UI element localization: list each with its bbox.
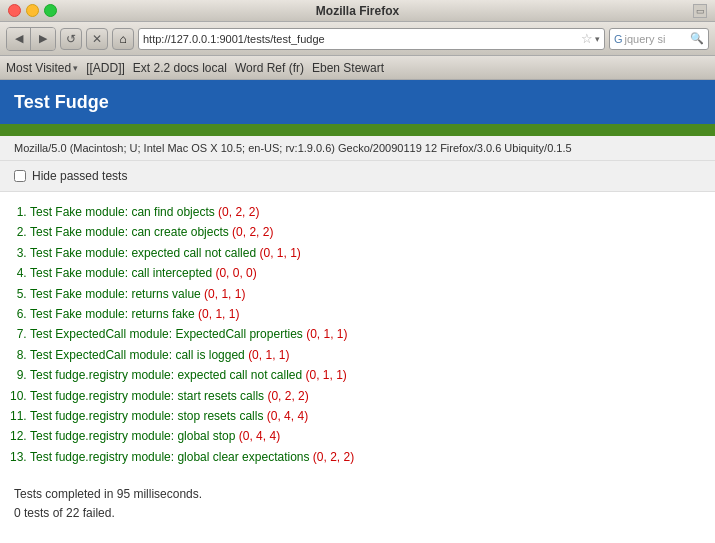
test-item: Test fudge.registry module: global clear… xyxy=(30,447,701,467)
user-agent-text: Mozilla/5.0 (Macintosh; U; Intel Mac OS … xyxy=(14,142,572,154)
resize-icon[interactable]: ▭ xyxy=(693,4,707,18)
green-bar xyxy=(0,124,715,136)
bookmark-most-visited[interactable]: Most Visited ▾ xyxy=(6,61,78,75)
star-icon: ☆ xyxy=(581,31,593,46)
test-counts: (0, 2, 2) xyxy=(218,205,259,219)
test-item: Test Fake module: returns value (0, 1, 1… xyxy=(30,284,701,304)
bookmark-label: [[ADD]] xyxy=(86,61,125,75)
test-counts: (0, 2, 2) xyxy=(313,450,354,464)
user-agent-bar: Mozilla/5.0 (Macintosh; U; Intel Mac OS … xyxy=(0,136,715,161)
bookmark-dropdown-icon: ▾ xyxy=(73,63,78,73)
test-counts: (0, 2, 2) xyxy=(232,225,273,239)
test-item: Test fudge.registry module: expected cal… xyxy=(30,365,701,385)
bookmark-ext-docs[interactable]: Ext 2.2 docs local xyxy=(133,61,227,75)
search-bar[interactable]: G jquery si 🔍 xyxy=(609,28,709,50)
test-counts: (0, 1, 1) xyxy=(259,246,300,260)
bookmark-label: Word Ref (fr) xyxy=(235,61,304,75)
test-counts: (0, 2, 2) xyxy=(267,389,308,403)
back-button[interactable]: ◀ xyxy=(7,28,31,50)
bookmark-label: Most Visited xyxy=(6,61,71,75)
test-item: Test Fake module: can create objects (0,… xyxy=(30,222,701,242)
test-item: Test ExpectedCall module: call is logged… xyxy=(30,345,701,365)
test-item: Test fudge.registry module: global stop … xyxy=(30,426,701,446)
bookmark-word-ref[interactable]: Word Ref (fr) xyxy=(235,61,304,75)
close-button[interactable] xyxy=(8,4,21,17)
forward-button[interactable]: ▶ xyxy=(31,28,55,50)
test-list: Test Fake module: can find objects (0, 2… xyxy=(30,202,701,467)
content-area: Test Fudge Mozilla/5.0 (Macintosh; U; In… xyxy=(0,80,715,543)
summary-line-1: Tests completed in 95 milliseconds. xyxy=(14,485,701,504)
test-counts: (0, 4, 4) xyxy=(267,409,308,423)
address-dropdown-icon[interactable]: ▾ xyxy=(595,34,600,44)
test-counts: (0, 1, 1) xyxy=(305,368,346,382)
window-controls xyxy=(8,4,57,17)
search-magnifier-icon: 🔍 xyxy=(690,32,704,45)
test-counts: (0, 4, 4) xyxy=(239,429,280,443)
test-item: Test fudge.registry module: start resets… xyxy=(30,386,701,406)
test-summary: Tests completed in 95 milliseconds. 0 te… xyxy=(0,477,715,531)
test-item: Test ExpectedCall module: ExpectedCall p… xyxy=(30,324,701,344)
test-counts: (0, 1, 1) xyxy=(306,327,347,341)
title-bar: Mozilla Firefox ▭ xyxy=(0,0,715,22)
test-item: Test Fake module: returns fake (0, 1, 1) xyxy=(30,304,701,324)
summary-line-2: 0 tests of 22 failed. xyxy=(14,504,701,523)
maximize-button[interactable] xyxy=(44,4,57,17)
bookmark-add[interactable]: [[ADD]] xyxy=(86,61,125,75)
stop-button[interactable]: ✕ xyxy=(86,28,108,50)
test-item: Test Fake module: expected call not call… xyxy=(30,243,701,263)
nav-bar: ◀ ▶ ↺ ✕ ⌂ http://127.0.0.1:9001/tests/te… xyxy=(0,22,715,56)
test-controls: Hide passed tests xyxy=(0,161,715,192)
back-forward-group: ◀ ▶ xyxy=(6,27,56,51)
bookmarks-bar: Most Visited ▾ [[ADD]] Ext 2.2 docs loca… xyxy=(0,56,715,80)
test-counts: (0, 1, 1) xyxy=(198,307,239,321)
test-item: Test Fake module: call intercepted (0, 0… xyxy=(30,263,701,283)
test-counts: (0, 1, 1) xyxy=(248,348,289,362)
bookmark-label: Eben Stewart xyxy=(312,61,384,75)
hide-passed-label[interactable]: Hide passed tests xyxy=(32,169,127,183)
test-counts: (0, 0, 0) xyxy=(215,266,256,280)
address-text: http://127.0.0.1:9001/tests/test_fudge xyxy=(143,33,579,45)
page-header: Test Fudge xyxy=(0,80,715,124)
test-item: Test fudge.registry module: stop resets … xyxy=(30,406,701,426)
address-bar[interactable]: http://127.0.0.1:9001/tests/test_fudge ☆… xyxy=(138,28,605,50)
hide-passed-checkbox[interactable] xyxy=(14,170,26,182)
reload-button[interactable]: ↺ xyxy=(60,28,82,50)
search-text: jquery si xyxy=(625,33,666,45)
search-icon: G xyxy=(614,33,623,45)
page-title: Test Fudge xyxy=(14,92,109,113)
test-list-container: Test Fake module: can find objects (0, 2… xyxy=(0,192,715,477)
window-title: Mozilla Firefox xyxy=(316,4,399,18)
home-button[interactable]: ⌂ xyxy=(112,28,134,50)
bookmark-eben-stewart[interactable]: Eben Stewart xyxy=(312,61,384,75)
bookmark-label: Ext 2.2 docs local xyxy=(133,61,227,75)
test-item: Test Fake module: can find objects (0, 2… xyxy=(30,202,701,222)
test-counts: (0, 1, 1) xyxy=(204,287,245,301)
minimize-button[interactable] xyxy=(26,4,39,17)
